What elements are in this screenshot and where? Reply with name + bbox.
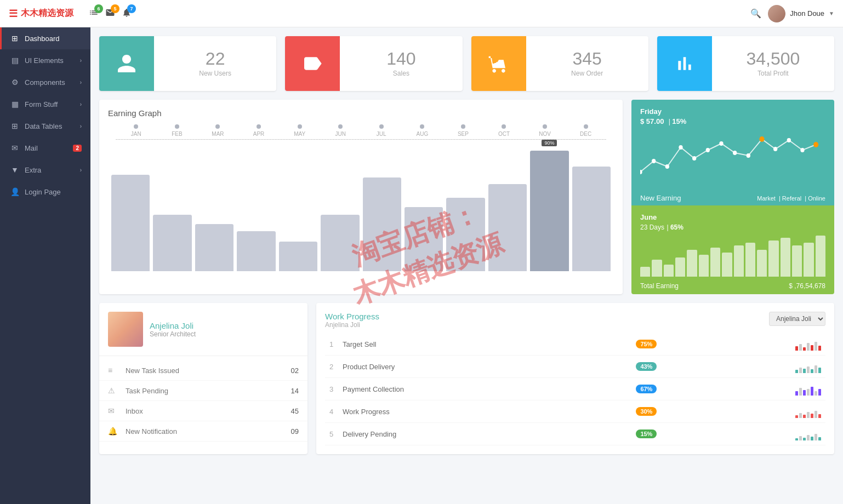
total-bar	[722, 253, 732, 277]
mail-count-badge: 2	[73, 145, 82, 152]
market-link[interactable]: Market	[757, 195, 776, 202]
list-icon-badge[interactable]: 6	[89, 8, 99, 20]
sidebar-label-dashboard: Dashboard	[25, 35, 82, 43]
profit-value: 34,500	[746, 50, 800, 67]
row-label: Product Delivery	[338, 356, 593, 378]
total-bar	[745, 243, 755, 277]
sidebar-item-extra[interactable]: ▼ Extra ›	[0, 159, 90, 181]
total-label: Total Earning	[640, 282, 679, 290]
profile-role: Senior Architect	[150, 330, 196, 338]
total-bar-chart	[640, 235, 825, 279]
main-content: 22 New Users 140 Sales 345 N	[90, 27, 843, 504]
notif-label: New Notification	[126, 427, 291, 436]
total-bar	[652, 260, 662, 277]
sidebar-item-form-stuff[interactable]: ▦ Form Stuff ›	[0, 93, 90, 115]
bell-icon-badge[interactable]: 7	[122, 8, 132, 20]
brand: ☰ 木木精选资源	[9, 8, 73, 20]
bar-SEP	[446, 198, 485, 271]
table-row: 4 Work Progress 30%	[325, 400, 825, 423]
sidebar-item-login[interactable]: 👤 Login Page	[0, 181, 90, 203]
right-panels: Friday $ 57.00 | 15%	[631, 100, 834, 294]
profile-header: Anjelina Joli Senior Architect	[99, 303, 307, 356]
user-menu[interactable]: Jhon Doue ▼	[768, 5, 834, 22]
sidebar-item-ui-elements[interactable]: ▤ UI Elements ›	[0, 49, 90, 71]
row-mini-chart	[700, 378, 825, 400]
stat-card-users: 22 New Users	[99, 36, 276, 91]
total-bar	[687, 250, 697, 277]
mail-icon-badge[interactable]: 5	[105, 8, 115, 20]
tasks-label: New Task Issued	[126, 366, 291, 375]
bar-FEB	[153, 215, 191, 271]
search-button[interactable]: 🔍	[750, 8, 761, 19]
bar-JUL	[363, 177, 401, 271]
svg-point-12	[787, 138, 791, 142]
wp-person-select[interactable]: Anjelina Joli	[769, 312, 825, 326]
sidebar-item-data-tables[interactable]: ⊞ Data Tables ›	[0, 115, 90, 137]
new-earning-title: New Earning	[640, 194, 681, 202]
sidebar-item-dashboard[interactable]: ⊞ Dashboard	[0, 27, 90, 49]
month-feb: FEB	[157, 124, 198, 137]
menu-hamburger-icon[interactable]: ☰	[9, 8, 18, 20]
row-mini-chart	[700, 423, 825, 445]
bar-DEC	[572, 167, 611, 271]
header-left: ☰ 木木精选资源 6 5 7	[9, 8, 132, 20]
svg-point-11	[773, 147, 777, 151]
sidebar-item-mail[interactable]: ✉ Mail 2	[0, 137, 90, 159]
month-oct: OCT	[483, 124, 525, 137]
list-badge: 6	[94, 4, 103, 13]
total-days: 23 Days	[640, 224, 664, 231]
profit-info: 34,500 Total Profit	[712, 36, 834, 91]
profile-stats: ≡ New Task Issued 02 ⚠ Task Pending 14 ✉…	[99, 356, 307, 446]
referal-link[interactable]: | Referal	[779, 195, 801, 202]
month-nov: NOV	[525, 124, 566, 137]
row-label: Payment Collection	[338, 378, 593, 400]
dot-sep	[461, 124, 465, 129]
svg-point-5	[679, 145, 682, 150]
table-row: 2 Product Delivery 43%	[325, 356, 825, 378]
total-earning-header: June 23 Days | 65%	[640, 212, 825, 232]
bar-MAR	[195, 224, 233, 271]
middle-row: Earning Graph JAN FEB MAR	[99, 100, 834, 294]
tasks-icon: ≡	[108, 366, 119, 375]
timeline-row: JAN FEB MAR APR	[108, 124, 614, 137]
svg-point-9	[733, 151, 737, 155]
bar-JUN	[321, 215, 359, 271]
pending-value: 14	[291, 387, 299, 395]
wp-subtitle: Anjelina Joli	[325, 321, 379, 329]
total-month: June	[640, 213, 657, 221]
orders-label: New Order	[571, 70, 603, 77]
pending-label: Task Pending	[126, 387, 291, 395]
sidebar-item-components[interactable]: ⚙ Components ›	[0, 71, 90, 93]
svg-point-1	[813, 142, 818, 147]
row-mini-chart	[700, 356, 825, 378]
earning-graph-title: Earning Graph	[108, 108, 614, 118]
pending-icon: ⚠	[108, 386, 119, 395]
total-bar	[757, 250, 767, 277]
dot-oct	[502, 124, 506, 129]
new-earning-panel: Friday $ 57.00 | 15%	[631, 100, 834, 205]
bar-AUG	[405, 207, 443, 271]
sales-label: Sales	[393, 70, 409, 77]
row-num: 5	[325, 423, 338, 445]
bell-badge: 7	[127, 4, 136, 13]
mail-sidebar-icon: ✉	[10, 144, 19, 152]
profile-card: Anjelina Joli Senior Architect ≡ New Tas…	[99, 303, 307, 454]
sales-icon	[285, 36, 340, 91]
dot-mar	[215, 124, 220, 129]
earning-amount: $ 57.00	[640, 117, 664, 125]
sidebar-label-ui: UI Elements	[25, 56, 75, 65]
row-mini-chart	[700, 333, 825, 356]
total-bar	[664, 265, 674, 277]
bar-APR	[237, 231, 275, 271]
online-link[interactable]: | Online	[805, 195, 825, 202]
user-name: Jhon Doue	[790, 9, 824, 18]
notif-value: 09	[291, 427, 299, 436]
month-jan: JAN	[116, 124, 157, 137]
extra-icon: ▼	[10, 165, 19, 174]
users-icon	[99, 36, 154, 91]
sparkline-chart	[640, 128, 825, 188]
work-progress-table: 1 Target Sell 75% 2 Product Delivery 43%…	[325, 333, 825, 445]
stat-notifications: 🔔 New Notification 09	[99, 421, 307, 442]
sidebar-label-mail: Mail	[25, 144, 67, 152]
table-row: 5 Delivery Pending 15%	[325, 423, 825, 445]
